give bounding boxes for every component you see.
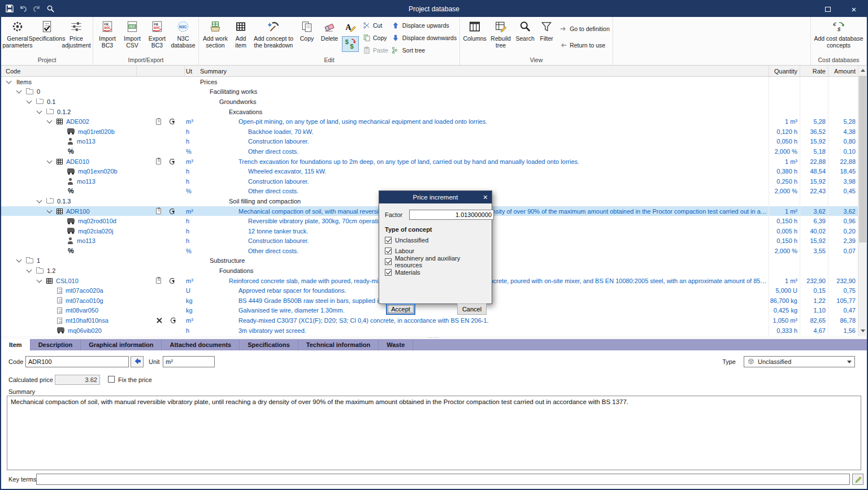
tab-technical-information[interactable]: Technical information (298, 339, 379, 350)
tree-row-mq06vib020[interactable]: mq06vib020h3m vibratory wet screed.0,333… (1, 326, 858, 336)
tree-row-0.1[interactable]: 0.1Groundworks (1, 97, 858, 107)
price-adjustment-button[interactable]: Price adjustment (62, 18, 91, 50)
tree-row-0.1.2[interactable]: 0.1.2Excavations (1, 107, 858, 117)
tree-row-ADE002[interactable]: ADE002m³Open-pit mining, on any type of … (1, 116, 858, 127)
columns-button[interactable]: Columns (462, 18, 488, 43)
import-csv-button[interactable]: CSV Import CSV (120, 18, 145, 50)
add-item-button[interactable]: Add item (230, 18, 251, 50)
tree-row-mq01exn020b[interactable]: mq01exn020bhWheeled excavator, 115 kW.0,… (1, 166, 858, 176)
type-combobox[interactable]: Unclassified (744, 356, 855, 367)
edit-key-terms-button[interactable] (852, 474, 863, 485)
chevron-expanded-icon[interactable] (47, 118, 53, 123)
n3c-database-button[interactable]: N3C N3C database (170, 18, 197, 50)
search-icon (46, 5, 55, 14)
checkbox-materials[interactable]: Materials (385, 268, 486, 276)
chevron-expanded-icon[interactable] (37, 277, 42, 283)
tree-row-%[interactable]: %%Other direct costs.2,000 %5,180,10 (1, 146, 858, 157)
header-summary[interactable]: Summary (198, 68, 769, 75)
export-bc3-button[interactable]: FIEBDC Export BC3 (145, 18, 170, 50)
checkbox-unclassified[interactable]: Unclassified (385, 236, 486, 244)
summary-textarea[interactable]: Mechanical compaction of soil, with manu… (7, 396, 861, 470)
import-bc3-button[interactable]: FIEBDC Import BC3 (95, 18, 120, 50)
checkbox-machinery-and-auxiliary-resources[interactable]: Machinery and auxiliary resources (385, 258, 486, 265)
chevron-expanded-icon[interactable] (16, 257, 22, 262)
goto-concept-button[interactable] (131, 356, 144, 367)
chevron-expanded-icon[interactable] (47, 158, 53, 163)
dialog-close-icon[interactable]: × (483, 191, 488, 203)
tab-item[interactable]: Item (1, 339, 31, 350)
checkbox-icon[interactable] (385, 269, 392, 276)
tree-row-mq01ret020b[interactable]: mq01ret020bhBackhoe loader, 70 kW.0,120 … (1, 127, 858, 137)
return-to-use-button[interactable]: Return to use (559, 40, 610, 50)
unit-input[interactable] (163, 356, 215, 367)
tree-row-mt10haf010nsa[interactable]: mt10haf010nsam³Ready-mixed C30/37 (XC1(F… (1, 315, 858, 326)
undo-button[interactable] (17, 2, 29, 16)
checkbox-icon[interactable] (385, 248, 392, 254)
sort-tree-button[interactable]: Sort tree (392, 45, 457, 55)
goto-definition-button[interactable]: Go to definition (559, 24, 610, 33)
chevron-expanded-icon[interactable] (16, 88, 22, 93)
add-work-section-button[interactable]: Add work section (201, 18, 230, 50)
tree-row-0[interactable]: 0Facilitating works (1, 87, 858, 97)
code-input[interactable] (25, 356, 129, 367)
modify-code-button[interactable]: A (342, 19, 359, 35)
copy-small-button[interactable]: Copy (362, 33, 388, 42)
tree-row-mo113[interactable]: mo113hConstruction labourer.0,050 h15,92… (1, 137, 858, 147)
tab-specifications[interactable]: Specifications (240, 339, 298, 350)
scrollbar-thumb[interactable] (859, 76, 866, 242)
key-terms-label: Key terms (8, 476, 37, 483)
chevron-expanded-icon[interactable] (47, 208, 53, 213)
tree-row-Items[interactable]: ItemsPrices (1, 77, 858, 87)
specifications-button[interactable]: Specifications (32, 18, 62, 43)
fix-price-checkbox[interactable] (108, 376, 115, 383)
add-concept-button[interactable]: Add concept to the breakdown (251, 18, 296, 50)
add-cost-database-concepts-button[interactable]: €$ Add cost database concepts (813, 18, 865, 50)
displace-upwards-button[interactable]: Displace upwards (392, 20, 457, 30)
tab-attached-documents[interactable]: Attached documents (162, 339, 240, 350)
checkbox-icon[interactable] (385, 237, 392, 244)
paste-button[interactable]: Paste (362, 45, 388, 55)
quick-search-button[interactable] (44, 2, 57, 16)
tab-waste[interactable]: Waste (379, 339, 413, 350)
displace-downwards-button[interactable]: Displace downwards (392, 33, 457, 42)
cancel-button[interactable]: Cancel (457, 303, 487, 315)
summary-cell: Trench excavation for foundations up to … (198, 158, 769, 165)
scroll-up-icon[interactable] (858, 66, 867, 75)
tab-description[interactable]: Description (31, 339, 81, 350)
scroll-down-icon[interactable] (858, 327, 867, 336)
chevron-expanded-icon[interactable] (37, 198, 42, 203)
maximize-button[interactable] (815, 1, 841, 17)
key-terms-input[interactable] (36, 474, 850, 485)
price-increment-tool-button[interactable]: $$ (342, 36, 359, 52)
header-code[interactable]: Code (1, 66, 137, 76)
copy-button[interactable]: Copy (296, 18, 318, 43)
save-button[interactable] (3, 2, 16, 16)
dialog-titlebar[interactable]: Price increment × (379, 191, 492, 203)
header-quantity[interactable]: Quantity (769, 66, 800, 76)
checkbox-labour[interactable]: Labour (385, 247, 486, 254)
cut-button[interactable]: Cut (362, 20, 388, 30)
rebuild-tree-button[interactable]: Rebuild tree (488, 18, 514, 50)
tree-row-ADE010[interactable]: ADE010m³Trench excavation for foundation… (1, 157, 858, 167)
button-label: Specifications (29, 35, 66, 42)
header-ut[interactable]: Ut (185, 68, 198, 75)
close-button[interactable]: × (841, 1, 867, 17)
checkbox-icon[interactable] (385, 258, 392, 265)
delete-button[interactable]: Delete (318, 18, 341, 43)
factor-input[interactable] (409, 210, 494, 220)
chevron-expanded-icon[interactable] (37, 109, 42, 114)
header-amount[interactable]: Amount (828, 66, 858, 76)
accept-button[interactable]: Accept (386, 303, 415, 315)
chevron-expanded-icon[interactable] (6, 79, 12, 84)
filter-button[interactable]: Filter (536, 18, 557, 43)
tab-graphical-information[interactable]: Graphical information (81, 339, 162, 350)
vertical-scrollbar[interactable] (858, 66, 867, 336)
chevron-expanded-icon[interactable] (27, 98, 32, 103)
redo-button[interactable] (31, 2, 43, 16)
unit-cell: h (185, 237, 198, 244)
general-parameters-button[interactable]: General parameters (3, 18, 32, 50)
search-button[interactable]: Search (514, 18, 536, 43)
header-rate[interactable]: Rate (800, 66, 828, 76)
tree-row-mo113[interactable]: mo113hConstruction labourer.0,250 h15,92… (1, 176, 858, 187)
chevron-expanded-icon[interactable] (27, 267, 32, 272)
